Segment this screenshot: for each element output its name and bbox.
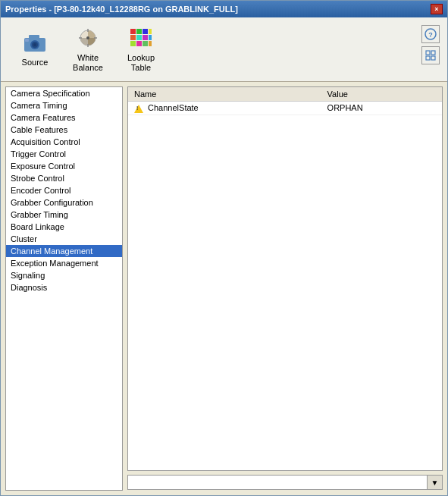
svg-rect-14	[143, 29, 148, 34]
title-bar: Properties - [P3-80-12k40_L12288RG on GR…	[1, 1, 447, 17]
lookup-table-label: LookupTable	[127, 53, 155, 73]
svg-rect-13	[136, 29, 142, 34]
toolbar-right-buttons: ?	[421, 25, 440, 64]
svg-rect-23	[149, 41, 152, 46]
main-window: Properties - [P3-80-12k40_L12288RG on GR…	[0, 0, 448, 496]
lut-icon	[129, 26, 153, 50]
svg-rect-21	[136, 41, 142, 46]
svg-rect-18	[143, 35, 148, 40]
svg-rect-1	[29, 35, 39, 39]
svg-rect-20	[130, 41, 136, 46]
sidebar-item-exposure-control[interactable]: Exposure Control	[6, 160, 122, 172]
dropdown-select[interactable]	[127, 475, 428, 490]
sidebar-item-encoder-control[interactable]: Encoder Control	[6, 184, 122, 196]
col-name-header: Name	[128, 87, 321, 102]
main-panel: Name Value ChannelState ORPHAN	[127, 86, 443, 491]
help-button[interactable]: ?	[421, 25, 440, 43]
table-cell-name: ChannelState	[128, 102, 321, 115]
svg-rect-16	[130, 35, 136, 40]
window-title: Properties - [P3-80-12k40_L12288RG on GR…	[5, 5, 238, 14]
sidebar-item-grabber-configuration[interactable]: Grabber Configuration	[6, 196, 122, 209]
svg-rect-12	[130, 29, 136, 34]
title-bar-buttons: ×	[431, 4, 443, 14]
dropdown-arrow-button[interactable]: ▼	[428, 475, 443, 490]
col-value-header: Value	[321, 87, 442, 102]
sidebar-item-channel-management[interactable]: Channel Management	[6, 245, 122, 257]
sidebar-item-trigger-control[interactable]: Trigger Control	[6, 148, 122, 160]
svg-rect-5	[25, 39, 29, 42]
sidebar-item-camera-specification[interactable]: Camera Specification	[6, 87, 122, 99]
toolbar: Source WhiteBalance	[1, 17, 447, 82]
sidebar-item-strobe-control[interactable]: Strobe Control	[6, 172, 122, 184]
toolbar-item-source[interactable]: Source	[8, 25, 61, 73]
sidebar-item-diagnosis[interactable]: Diagnosis	[6, 281, 122, 294]
sidebar-item-cluster[interactable]: Cluster	[6, 233, 122, 245]
sidebar-item-signaling[interactable]: Signaling	[6, 269, 122, 281]
svg-rect-27	[431, 51, 435, 55]
svg-rect-19	[149, 35, 152, 40]
dropdown-row: ▼	[127, 474, 443, 491]
camera-icon	[23, 30, 47, 55]
source-label: Source	[22, 58, 49, 67]
sidebar-item-acquisition-control[interactable]: Acquisition Control	[6, 136, 122, 148]
svg-rect-28	[426, 56, 430, 60]
sidebar-item-board-linkage[interactable]: Board Linkage	[6, 221, 122, 233]
toolbar-item-lookup-table[interactable]: LookupTable	[114, 20, 168, 78]
sidebar-item-grabber-timing[interactable]: Grabber Timing	[6, 209, 122, 221]
svg-rect-26	[426, 51, 430, 55]
svg-rect-22	[143, 41, 148, 46]
svg-text:?: ?	[428, 31, 433, 39]
white-balance-label: WhiteBalance	[73, 53, 103, 73]
svg-rect-15	[149, 29, 152, 34]
data-table: Name Value ChannelState ORPHAN	[128, 87, 442, 115]
warning-icon	[134, 105, 143, 113]
close-button[interactable]: ×	[431, 4, 443, 14]
svg-point-4	[33, 43, 36, 46]
table-row[interactable]: ChannelState ORPHAN	[128, 102, 442, 115]
sidebar: Camera Specification Camera Timing Camer…	[5, 86, 123, 491]
wb-icon	[76, 26, 100, 50]
content-area: Camera Specification Camera Timing Camer…	[1, 82, 447, 495]
toolbar-item-white-balance[interactable]: WhiteBalance	[61, 20, 114, 78]
table-cell-value: ORPHAN	[321, 102, 442, 115]
sidebar-item-camera-timing[interactable]: Camera Timing	[6, 99, 122, 111]
svg-point-7	[86, 36, 89, 39]
svg-rect-17	[136, 35, 142, 40]
sidebar-item-camera-features[interactable]: Camera Features	[6, 111, 122, 124]
sidebar-item-exception-management[interactable]: Exception Management	[6, 257, 122, 269]
svg-rect-29	[431, 56, 435, 60]
sidebar-item-cable-features[interactable]: Cable Features	[6, 124, 122, 136]
grid-button[interactable]	[421, 46, 440, 64]
data-table-container: Name Value ChannelState ORPHAN	[127, 86, 443, 471]
